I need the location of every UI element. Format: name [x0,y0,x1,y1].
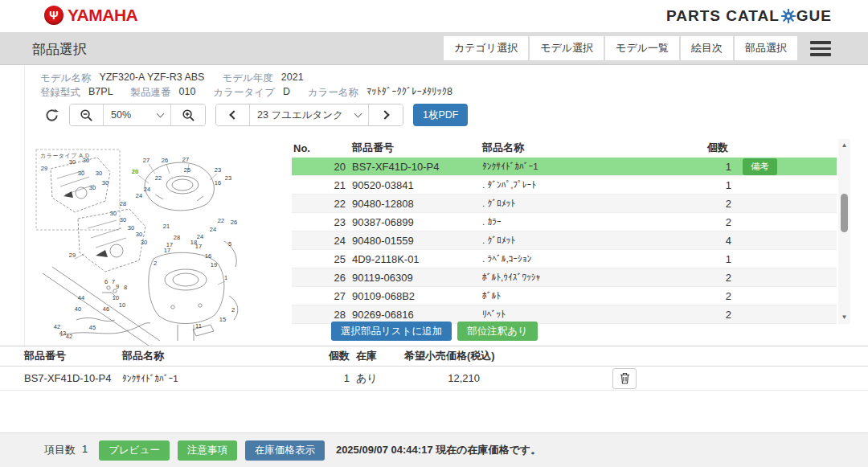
nav-button-model-select[interactable]: モデル選択 [530,36,604,60]
scroll-up-icon[interactable]: ▲ [838,141,850,150]
callout-number: 26 [231,219,237,226]
cell-qty: 4 [702,235,731,247]
model-info-pair: モデル名称YZF320-A YZF-R3 ABS [40,72,204,85]
callout-number: 30 [128,225,134,231]
table-row[interactable]: 2190520-03841. ﾀﾞﾝﾊﾟ,ﾌﾟﾚｰﾄ1 [292,176,837,195]
table-row[interactable]: 2290480-12808. ｸﾞﾛﾒｯﾄ2 [292,195,837,213]
table-row[interactable]: 2490480-01559. ｸﾞﾛﾒｯﾄ4 [292,231,837,250]
hamburger-menu-icon[interactable] [810,41,831,56]
callout-number: 17 [164,248,170,254]
cell-name: ﾀﾝｸｻｲﾄﾞｶﾊﾞｰ1 [482,162,702,171]
model-info-pair: モデル年度2021 [222,72,303,85]
nav-button-model-list[interactable]: モデル一覧 [605,36,679,60]
cell-no: 25 [292,253,346,265]
zoom-level-select[interactable]: 50% [104,104,171,125]
brand-text-right: GUE [796,7,832,25]
parts-table-header: No. 部品番号 部品名称 個数 [292,138,837,158]
sel-cell-name: ﾀﾝｸｻｲﾄﾞｶﾊﾞｰ1 [122,374,317,383]
cell-no: 23 [292,216,346,228]
sel-col-price: 希望小売価格(税込) [398,349,526,363]
callout-number: 6 [104,279,108,285]
callout-number: 28 [120,201,126,207]
callout-number: 8 [124,285,127,291]
table-row[interactable]: 2790109-068B2ﾎﾞﾙﾄ2 [292,287,837,305]
callout-number: 30 [102,180,108,186]
next-figure-button[interactable] [369,104,403,125]
callout-number: 24 [210,227,216,233]
cell-qty: 2 [702,309,731,321]
selected-table-header: 部品番号 部品名称 個数 在庫 希望小売価格(税込) [0,346,868,367]
part-annotation-button[interactable]: 部位注釈あり [457,322,538,341]
yamaha-logo-text: YAMAHA [68,6,137,25]
model-info-pair: カラータイプD [213,86,290,100]
cell-part-no: 90109-068B2 [346,290,482,302]
sel-cell-qty: 1 [317,372,350,384]
model-info-label: モデル年度 [222,72,272,85]
callout-number: 11 [195,323,202,330]
chevron-down-icon [157,109,165,117]
stock-price-button[interactable]: 在庫価格表示 [245,440,325,461]
model-info-value: B7PL [88,86,113,100]
cell-no: 26 [292,272,346,284]
callout-number: 2 [231,307,235,313]
callout-number: 45 [89,325,96,331]
col-header-name: 部品名称 [482,141,702,155]
preview-button[interactable]: プレビュー [99,440,170,461]
nav-button-category-select[interactable]: カテゴリ選択 [444,36,528,60]
model-info-label: 製品連番 [131,86,171,100]
cell-no: 28 [292,309,346,321]
cell-qty: 1 [702,253,731,265]
table-scrollbar[interactable]: ▲ ▼ [838,139,850,324]
item-count-value: 1 [82,443,88,457]
cell-no: 22 [292,198,346,210]
sel-col-qty: 個数 [317,349,350,363]
refresh-icon[interactable] [44,108,59,123]
callout-number: 29 [69,252,76,259]
scroll-down-icon[interactable]: ▼ [838,313,850,322]
sel-col-part-no: 部品番号 [0,349,122,363]
model-info-label: カラー名称 [308,86,358,100]
callout-number: 27 [143,158,149,164]
callout-number: 16 [215,180,221,186]
cell-qty: 2 [702,216,731,228]
callout-number: 30 [136,231,142,238]
footer-bar: 項目数 1 プレビュー 注意事項 在庫価格表示 2025/09/07 04:44… [0,432,868,467]
parts-table-body: 20BS7-XF41D-10-P4ﾀﾝｸｻｲﾄﾞｶﾊﾞｰ11備考2190520-… [292,158,837,324]
callout-number: 15 [219,317,226,323]
callout-number: 25 [184,167,190,174]
callout-number-selected: 20 [132,169,138,175]
table-row[interactable]: 2690119-06309ﾎﾞﾙﾄ,ｳｲｽﾞﾜｯｼｬ2 [292,268,837,287]
cell-name: ﾘﾍﾞｯﾄ [482,309,702,319]
callout-number: 30 [96,170,102,177]
callout-number: 16 [205,253,211,260]
notice-button[interactable]: 注意事項 [178,440,237,461]
cell-no: 27 [292,290,346,302]
note-button[interactable]: 備考 [743,158,777,175]
zoom-out-button[interactable] [70,104,104,125]
content-left-edge [24,66,25,346]
figure-select[interactable]: 23 フユエルタンク [250,104,369,125]
model-info-label: カラータイプ [213,86,274,100]
callout-number: 46 [103,306,109,313]
zoom-in-button[interactable] [171,104,205,125]
scrollbar-thumb[interactable] [841,194,848,232]
add-to-selected-list-button[interactable]: 選択部品リストに追加 [331,322,452,341]
cell-part-no: 90520-03841 [346,179,482,191]
pdf-button[interactable]: 1枚PDF [413,104,468,126]
zoom-out-icon [80,109,93,122]
cell-qty: 2 [702,272,731,284]
item-count: 項目数 1 [44,443,88,457]
table-row[interactable]: 254D9-2118K-01. ﾗﾍﾞﾙ,ｺｰｼｮﾝ1 [292,250,837,268]
nav-button-picture-index[interactable]: 絵目次 [681,36,733,60]
callout-number: 10 [113,295,119,301]
model-info-value: YZF320-A YZF-R3 ABS [99,72,204,85]
table-row[interactable]: 2390387-06899. ｶﾗｰ2 [292,213,837,231]
table-actions: 選択部品リストに追加 部位注釈あり [331,322,538,341]
prev-figure-button[interactable] [216,104,250,125]
delete-row-button[interactable] [612,368,637,389]
parts-diagram[interactable]: カラータイプ A,D 29303030303030272627202523231… [28,138,247,346]
nav-button-parts-select[interactable]: 部品選択 [735,36,797,60]
stock-price-timestamp: 2025/09/07 04:44:17 現在の在庫価格です。 [336,443,541,457]
table-row[interactable]: 20BS7-XF41D-10-P4ﾀﾝｸｻｲﾄﾞｶﾊﾞｰ11備考 [292,158,837,176]
callout-number: 30 [78,170,84,177]
